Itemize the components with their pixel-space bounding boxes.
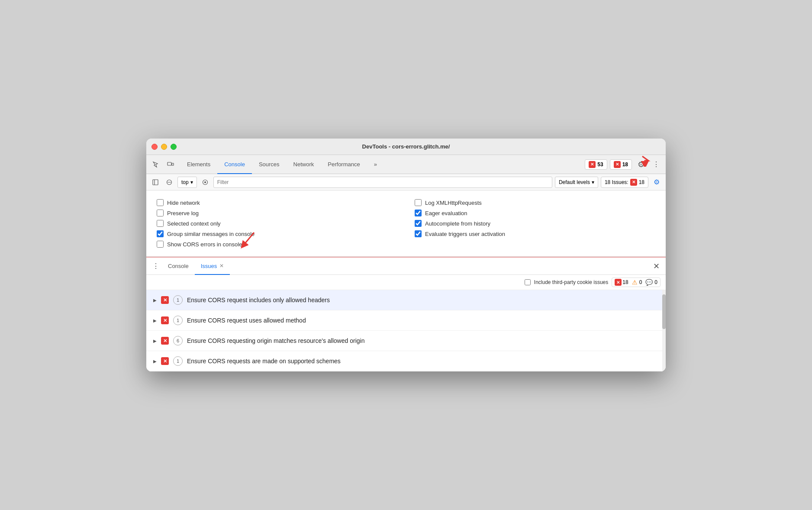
scrollbar-thumb[interactable] xyxy=(662,294,666,329)
issue-text-0: Ensure CORS request includes only allowe… xyxy=(187,297,330,303)
warn-triangle-icon: ⚠ xyxy=(632,279,638,286)
expand-arrow-icon-2: ▶ xyxy=(153,339,157,343)
info-icon: 💬 xyxy=(645,279,653,286)
eval-triggers-checkbox[interactable] xyxy=(415,230,422,237)
tab-sources[interactable]: Sources xyxy=(252,155,287,174)
tab-network[interactable]: Network xyxy=(287,155,321,174)
tabs-right-area: ✕ 53 ✕ 18 ⚙ xyxy=(585,158,662,171)
issue-count-0: 1 xyxy=(173,295,183,305)
issue-row-2[interactable]: ▶ ✕ 6 Ensure CORS requesting origin matc… xyxy=(146,331,666,351)
svg-point-7 xyxy=(204,181,206,183)
bottom-panel: ⋮ Console Issues ✕ ✕ Include third-party… xyxy=(146,257,666,371)
warn-count-badge[interactable]: ✕ 18 xyxy=(610,159,632,170)
eager-eval-checkbox[interactable] xyxy=(415,210,422,216)
sidebar-toggle-icon[interactable] xyxy=(150,177,161,188)
window-title: DevTools - cors-errors.glitch.me/ xyxy=(362,143,450,150)
main-tabs-bar: Elements Console Sources Network Perform… xyxy=(146,155,666,174)
chevron-down-icon: ▾ xyxy=(592,179,594,185)
svg-rect-1 xyxy=(172,163,174,165)
clear-console-icon[interactable] xyxy=(164,177,175,188)
device-toolbar-icon[interactable] xyxy=(164,158,177,171)
close-panel-button[interactable]: ✕ xyxy=(650,260,662,272)
traffic-lights xyxy=(151,144,177,150)
console-settings-icon[interactable]: ⚙ xyxy=(651,177,662,188)
bottom-tabs-more-icon[interactable]: ⋮ xyxy=(150,260,162,272)
issue-error-icon-0: ✕ xyxy=(161,296,169,304)
issue-error-icon-2: ✕ xyxy=(161,337,169,345)
issues-error-icon: ✕ xyxy=(630,179,637,186)
autocomplete-checkbox[interactable] xyxy=(415,220,422,227)
issue-row-1[interactable]: ▶ ✕ 1 Ensure CORS request uses allowed m… xyxy=(146,310,666,331)
third-party-filter[interactable]: Include third-party cookie issues xyxy=(525,279,608,285)
issue-count-3: 1 xyxy=(173,356,183,366)
eval-triggers-option[interactable]: Evaluate triggers user activation xyxy=(415,229,655,239)
console-toolbar: top ▾ Default levels ▾ 18 Issues: ✕ 18 ⚙ xyxy=(146,174,666,190)
chevron-down-icon: ▾ xyxy=(190,179,193,185)
maximize-button[interactable] xyxy=(171,144,177,150)
issues-error-count-icon: ✕ xyxy=(615,279,622,286)
settings-panel: Hide network Preserve log Selected conte… xyxy=(146,190,666,257)
issue-row-3[interactable]: ▶ ✕ 1 Ensure CORS requests are made on s… xyxy=(146,351,666,371)
live-expression-icon[interactable] xyxy=(200,177,211,188)
default-levels-selector[interactable]: Default levels ▾ xyxy=(555,177,598,188)
selected-context-option[interactable]: Selected context only xyxy=(157,218,397,229)
issue-text-3: Ensure CORS requests are made on support… xyxy=(187,358,341,365)
more-options-button[interactable]: ⋮ xyxy=(650,158,662,171)
settings-right-column: Log XMLHttpRequests Eager evaluation Aut… xyxy=(415,197,655,249)
preserve-log-option[interactable]: Preserve log xyxy=(157,208,397,218)
svg-rect-0 xyxy=(168,162,171,165)
scrollbar[interactable] xyxy=(662,290,666,371)
log-xmlhttp-checkbox[interactable] xyxy=(415,199,422,206)
inspect-element-icon[interactable] xyxy=(150,158,162,171)
show-cors-errors-checkbox[interactable] xyxy=(157,241,164,248)
close-issues-tab-icon[interactable]: ✕ xyxy=(219,263,224,269)
issue-text-2: Ensure CORS requesting origin matches re… xyxy=(187,337,364,344)
hide-network-checkbox[interactable] xyxy=(157,199,164,206)
log-xmlhttp-option[interactable]: Log XMLHttpRequests xyxy=(415,197,655,208)
expand-arrow-icon-3: ▶ xyxy=(153,359,157,364)
issue-error-icon-1: ✕ xyxy=(161,316,169,324)
issues-list: ▶ ✕ 1 Ensure CORS request includes only … xyxy=(146,290,666,371)
selected-context-checkbox[interactable] xyxy=(157,220,164,227)
settings-button[interactable]: ⚙ xyxy=(635,158,648,171)
devtools-window: DevTools - cors-errors.glitch.me/ Elemen… xyxy=(146,139,666,371)
third-party-checkbox[interactable] xyxy=(525,279,531,285)
context-selector[interactable]: top ▾ xyxy=(177,177,197,188)
preserve-log-checkbox[interactable] xyxy=(157,210,164,216)
tab-console[interactable]: Console xyxy=(217,155,252,174)
issue-text-1: Ensure CORS request uses allowed method xyxy=(187,317,306,324)
tab-elements[interactable]: Elements xyxy=(180,155,217,174)
group-similar-checkbox[interactable] xyxy=(157,230,164,237)
issues-badge[interactable]: 18 Issues: ✕ 18 xyxy=(601,177,648,188)
title-bar: DevTools - cors-errors.glitch.me/ xyxy=(146,139,666,155)
show-cors-errors-option[interactable]: Show CORS errors in console xyxy=(157,239,397,249)
tab-icons xyxy=(150,158,177,171)
issue-count-1: 1 xyxy=(173,316,183,325)
svg-rect-2 xyxy=(153,180,158,185)
issue-row-0[interactable]: ▶ ✕ 1 Ensure CORS request includes only … xyxy=(146,290,666,310)
expand-arrow-icon-0: ▶ xyxy=(153,298,157,303)
warn-error-icon: ✕ xyxy=(614,161,621,168)
settings-left-column: Hide network Preserve log Selected conte… xyxy=(157,197,397,249)
hide-network-option[interactable]: Hide network xyxy=(157,197,397,208)
issue-error-icon-3: ✕ xyxy=(161,357,169,365)
issues-count-bar: ✕ 18 ⚠ 0 💬 0 xyxy=(612,278,661,287)
issues-toolbar: Include third-party cookie issues ✕ 18 ⚠… xyxy=(146,275,666,290)
bottom-tabs-bar: ⋮ Console Issues ✕ ✕ xyxy=(146,258,666,275)
minimize-button[interactable] xyxy=(161,144,167,150)
expand-arrow-icon-1: ▶ xyxy=(153,318,157,323)
error-count-badge[interactable]: ✕ 53 xyxy=(585,159,607,170)
group-similar-option[interactable]: Group similar messages in console xyxy=(157,229,397,239)
eager-eval-option[interactable]: Eager evaluation xyxy=(415,208,655,218)
tab-performance[interactable]: Performance xyxy=(321,155,367,174)
bottom-tab-issues[interactable]: Issues ✕ xyxy=(195,258,230,275)
error-icon: ✕ xyxy=(589,161,596,168)
tab-more[interactable]: » xyxy=(367,155,384,174)
gear-area: ⚙ xyxy=(635,158,648,171)
bottom-tab-console[interactable]: Console xyxy=(162,258,195,275)
filter-input[interactable] xyxy=(213,177,552,188)
close-button[interactable] xyxy=(151,144,158,150)
issue-count-2: 6 xyxy=(173,336,183,345)
autocomplete-option[interactable]: Autocomplete from history xyxy=(415,218,655,229)
